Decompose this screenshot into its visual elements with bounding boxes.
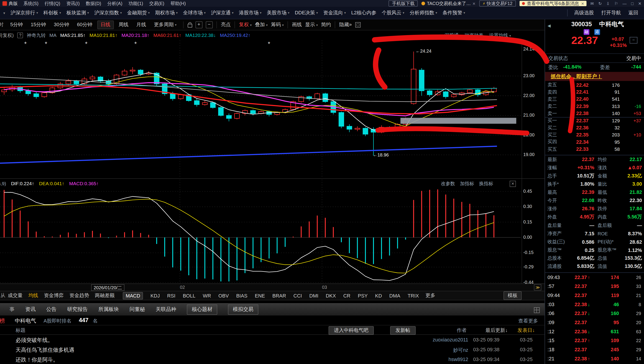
nav-item[interactable]: L2核心内参 bbox=[351, 9, 376, 16]
nav-item[interactable]: 科创板▾ bbox=[43, 9, 61, 16]
nav-item[interactable]: 金融期货▾ bbox=[127, 9, 150, 16]
chart-tool[interactable]: 深股通 bbox=[444, 32, 459, 38]
new-post-button[interactable]: 发新帖 bbox=[390, 326, 416, 335]
mail-icon[interactable]: ✉ bbox=[590, 1, 594, 6]
indicator-tab[interactable]: 资金博弈 bbox=[44, 292, 64, 299]
mobile-download-button[interactable]: 手机版下载 bbox=[389, 0, 418, 6]
zoom-out-button[interactable]: − bbox=[206, 21, 213, 28]
info-tab[interactable]: 问董秘 bbox=[130, 306, 145, 313]
post-title[interactable]: 必须突破年线。 bbox=[16, 336, 53, 344]
minimize-icon[interactable]: — bbox=[622, 1, 626, 6]
help-icon[interactable]: ? bbox=[17, 32, 23, 38]
order-book-row[interactable]: 卖三22.40541 bbox=[545, 96, 644, 103]
info-tab[interactable]: 所属板块 bbox=[98, 306, 119, 313]
refresh-icon[interactable]: ↻ bbox=[598, 1, 602, 6]
nav-leading-caret[interactable]: ▾ bbox=[3, 11, 5, 15]
scroll-right-icon[interactable]: ≫ bbox=[534, 284, 542, 290]
indicator-tab[interactable]: CCI bbox=[294, 293, 302, 298]
indicator-tab[interactable]: DMI bbox=[309, 293, 318, 298]
open-account-ad[interactable]: 抓住机会，即刻开户！ bbox=[545, 72, 644, 81]
view-more-link[interactable]: 查看更多 bbox=[518, 318, 538, 324]
alert-close-icon[interactable]: ✕ bbox=[581, 1, 584, 6]
indicator-tab[interactable]: RSI bbox=[167, 293, 175, 298]
nav-item[interactable]: 返回 bbox=[628, 9, 638, 16]
menu-item[interactable]: 交易(E) bbox=[149, 0, 164, 6]
indicator-tab[interactable]: PSY bbox=[358, 293, 368, 298]
indicator-tab[interactable]: TRIX bbox=[408, 293, 419, 298]
fullscreen-icon[interactable] bbox=[355, 22, 360, 27]
indicator-tab[interactable]: KDJ bbox=[150, 293, 160, 298]
maximize-icon[interactable]: □ bbox=[631, 1, 634, 6]
info-tab[interactable]: 核心题材 bbox=[187, 304, 217, 314]
nav-item[interactable]: DDE决策▾ bbox=[295, 9, 318, 16]
order-book-row[interactable]: 卖二22.39313-16 bbox=[545, 103, 644, 110]
collapse-quote-icon[interactable]: − bbox=[630, 37, 638, 44]
nav-item[interactable]: 全球市场▾ bbox=[183, 9, 206, 16]
message-alert[interactable]: 查看中科电气等6条新消息 ✕ bbox=[520, 1, 586, 6]
indicator-tab[interactable]: BRAR bbox=[272, 293, 286, 298]
menu-item[interactable]: 帮助(H) bbox=[170, 0, 186, 6]
post-title[interactable]: 天高任鸟飞抓住做多机遇 bbox=[16, 346, 74, 354]
period-tab[interactable]: 月线 bbox=[134, 20, 149, 29]
post-author[interactable]: 妙可nz bbox=[407, 347, 468, 354]
indicator-tab[interactable]: MACD bbox=[123, 292, 143, 299]
column-updated[interactable]: 最后更新↓ bbox=[486, 327, 508, 334]
period-tab[interactable]: 周线 bbox=[116, 20, 132, 29]
simple-mode-button[interactable]: 简约 bbox=[321, 21, 331, 28]
post-author[interactable]: zuoxiaozuo2011 bbox=[407, 337, 468, 342]
period-tab[interactable]: 15分钟 bbox=[28, 20, 49, 29]
nav-item[interactable]: 分析师指数▾ bbox=[410, 9, 437, 16]
period-tab[interactable]: 日线 bbox=[97, 20, 114, 29]
lock-icon[interactable] bbox=[188, 24, 192, 27]
quick-trade-button[interactable]: ⚡ 快速交易F12 bbox=[479, 0, 516, 6]
post-author[interactable]: hsw8912 bbox=[407, 356, 468, 362]
period-tab[interactable]: 30分钟 bbox=[51, 20, 72, 29]
chart-tool[interactable]: 设置均线▾ bbox=[489, 32, 511, 38]
menu-item[interactable]: 数据(D) bbox=[86, 0, 101, 6]
indicator-tab[interactable]: ENE bbox=[255, 293, 265, 298]
indicator-tab[interactable]: 两融差额 bbox=[95, 292, 115, 299]
indicator-tab[interactable]: KD bbox=[375, 293, 382, 298]
indicator-tab[interactable]: DKX bbox=[326, 293, 336, 298]
order-book-row[interactable]: 卖一22.38140+53 bbox=[545, 110, 644, 117]
info-tab[interactable]: 模拟交易 bbox=[228, 304, 258, 314]
macd-tool[interactable]: 改参数 bbox=[441, 181, 455, 187]
nav-item[interactable]: 板块监测▾ bbox=[66, 9, 89, 16]
indicator-tab[interactable]: 资金趋势 bbox=[70, 292, 89, 299]
menu-item[interactable]: 分析(A) bbox=[107, 0, 122, 6]
indicator-tab[interactable]: BIAS bbox=[236, 293, 247, 298]
order-book-row[interactable]: 买二22.3632 bbox=[545, 124, 644, 131]
template-tab[interactable]: 模板 bbox=[504, 291, 522, 300]
indicator-tab[interactable]: CR bbox=[343, 293, 350, 298]
menu-item[interactable]: 系统(S) bbox=[24, 0, 38, 6]
info-tab[interactable]: 关联品种 bbox=[156, 306, 176, 313]
info-tab[interactable]: 资讯 bbox=[25, 306, 36, 313]
indicator-tab[interactable]: DMA bbox=[390, 293, 400, 298]
indicator-tab[interactable]: WR bbox=[203, 293, 211, 298]
hide-panel-button[interactable]: 隐藏» bbox=[339, 21, 352, 28]
menu-item[interactable]: 功能(1) bbox=[128, 0, 143, 6]
menu-item[interactable]: 资讯(I) bbox=[66, 0, 80, 6]
indicator-tab[interactable]: OBV bbox=[218, 293, 229, 298]
order-book-row[interactable]: 买一22.37129+37 bbox=[545, 117, 644, 124]
collapse-panel-arrow[interactable]: ◀ bbox=[548, 24, 551, 28]
indicator-tab[interactable]: 均线 bbox=[28, 292, 38, 299]
nav-item[interactable]: 沪深京排行▾ bbox=[10, 9, 38, 16]
nav-item[interactable]: 高级选股 bbox=[567, 9, 594, 16]
nav-item[interactable]: 条件预警▾ bbox=[442, 9, 465, 16]
nav-item[interactable]: 个股风云▾ bbox=[382, 9, 404, 16]
nav-item[interactable]: 打开导航 bbox=[601, 9, 621, 16]
taco-news-tab[interactable]: TACO交易机会来了… ✕ bbox=[422, 0, 476, 6]
indicator-tab[interactable]: BOLL bbox=[183, 293, 196, 298]
menu-item[interactable]: 行情(Q) bbox=[45, 0, 60, 6]
more-indicators-tab[interactable]: 更多 bbox=[426, 292, 435, 299]
chart-tool[interactable]: 融资融券 bbox=[464, 32, 484, 38]
enter-forum-button[interactable]: 进入中科电气吧 bbox=[328, 326, 374, 335]
macd-tool[interactable]: 换指标 bbox=[479, 181, 493, 187]
nav-item[interactable]: 沪深京通▾ bbox=[211, 9, 234, 16]
highlight-button[interactable]: 亮点 bbox=[221, 21, 231, 28]
adjust-price-dropdown[interactable]: 复权▾ bbox=[239, 21, 252, 28]
order-book-row[interactable]: 买五22.3358 bbox=[545, 146, 644, 152]
layout-grid-icon[interactable] bbox=[534, 307, 540, 313]
pin-icon[interactable]: ⚐ bbox=[614, 1, 618, 6]
